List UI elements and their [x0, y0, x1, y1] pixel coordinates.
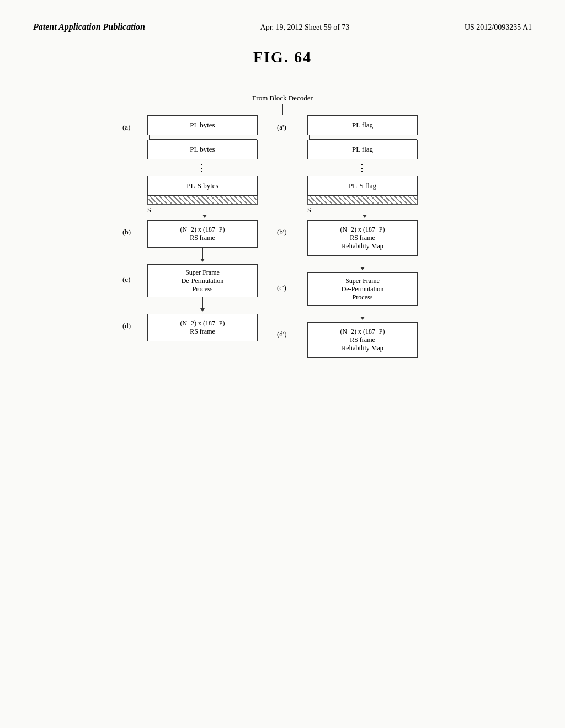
box-d-wrapper: (N+2) x (187+P) RS frame	[145, 314, 260, 341]
figure-title: FIG. 64	[33, 49, 532, 66]
arrow-s-right	[363, 205, 367, 218]
section-c-left: (c) Super Frame De-Permutation Process	[145, 264, 260, 312]
box-b-wrapper: (N+2) x (187+P) RS frame	[145, 220, 260, 248]
publication-date-sheet: Apr. 19, 2012 Sheet 59 of 73	[260, 23, 350, 32]
label-a-left: (a)	[122, 123, 130, 132]
label-b-right: (b')	[277, 228, 287, 237]
box-c-left: Super Frame De-Permutation Process	[147, 264, 258, 297]
section-d-left: (d) (N+2) x (187+P) RS frame	[145, 314, 260, 341]
top-vline	[282, 104, 283, 115]
hatch-left	[145, 196, 260, 205]
box-a1-left: PL bytes	[147, 115, 258, 135]
left-column: (a) PL bytes PL bytes	[145, 115, 260, 341]
box-b-left: (N+2) x (187+P) RS frame	[147, 220, 258, 248]
label-b-left: (b)	[122, 228, 131, 237]
box-b-right-wrapper: (N+2) x (187+P) RS frame Reliability Map	[305, 220, 420, 256]
box-a2-right: PL flag	[307, 140, 418, 159]
box-a1-right: PL flag	[307, 115, 418, 135]
box-c-right: Super Frame De-Permutation Process	[307, 272, 418, 306]
arrow-c-right	[305, 306, 420, 320]
box-b-right: (N+2) x (187+P) RS frame Reliability Map	[307, 220, 418, 256]
publication-number: US 2012/0093235 A1	[465, 23, 532, 32]
box-c-wrapper: Super Frame De-Permutation Process	[145, 264, 260, 297]
s-area-left: S	[145, 205, 260, 218]
source-label: From Block Decoder	[252, 94, 313, 103]
section-b-left: (b) (N+2) x (187+P) RS frame	[145, 220, 260, 262]
fork-area	[111, 104, 454, 115]
box-a3-left: PL-S bytes	[147, 176, 258, 196]
step-line-1-right	[309, 135, 417, 140]
label-c-left: (c)	[122, 275, 130, 284]
section-a-left: (a) PL bytes PL bytes	[145, 115, 260, 218]
page-header: Patent Application Publication Apr. 19, …	[33, 22, 532, 32]
box-d-left: (N+2) x (187+P) RS frame	[147, 314, 258, 341]
step-line-1	[149, 135, 257, 140]
section-d-right: (d') (N+2) x (187+P) RS frame Reliabilit…	[305, 322, 420, 358]
box-a3-wrapper: PL-S bytes	[145, 176, 260, 196]
box-a1-wrapper: PL bytes	[145, 115, 260, 135]
label-a-right: (a')	[277, 123, 286, 132]
label-d-left: (d)	[122, 322, 131, 330]
box-a2-right-wrapper: PL flag	[305, 140, 420, 159]
label-d-right: (d')	[277, 330, 287, 339]
box-a3-right: PL-S flag	[307, 176, 418, 196]
diagram-container: From Block Decoder (a)	[33, 94, 532, 358]
section-b-right: (b') (N+2) x (187+P) RS frame Reliabilit…	[305, 220, 420, 270]
box-a1-right-wrapper: PL flag	[305, 115, 420, 135]
dots-left: ⋮	[145, 159, 260, 176]
section-a-right: (a') PL flag PL flag ⋮	[305, 115, 420, 218]
arrow-c-left	[145, 297, 260, 312]
hatch-right	[305, 196, 420, 205]
publication-type: Patent Application Publication	[33, 22, 145, 32]
s-area-right: S	[305, 205, 420, 218]
arrow-b-right	[305, 256, 420, 270]
box-d-right-wrapper: (N+2) x (187+P) RS frame Reliability Map	[305, 322, 420, 358]
right-column: (a') PL flag PL flag ⋮	[305, 115, 420, 358]
arrow-s-left	[202, 205, 207, 218]
box-a3-right-wrapper: PL-S flag	[305, 176, 420, 196]
label-c-right: (c')	[277, 283, 286, 292]
arrow-b-left	[145, 248, 260, 262]
box-a2-left: PL bytes	[147, 140, 258, 159]
s-label-right: S	[307, 206, 311, 215]
columns-container: (a) PL bytes PL bytes	[145, 115, 420, 358]
box-a2-wrapper: PL bytes	[145, 140, 260, 159]
s-label-left: S	[147, 206, 151, 215]
box-d-right: (N+2) x (187+P) RS frame Reliability Map	[307, 322, 418, 358]
box-c-right-wrapper: Super Frame De-Permutation Process	[305, 272, 420, 306]
dots-right: ⋮	[305, 159, 420, 176]
section-c-right: (c') Super Frame De-Permutation Process	[305, 272, 420, 320]
